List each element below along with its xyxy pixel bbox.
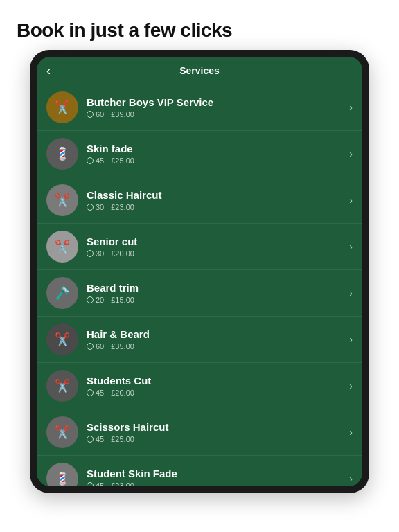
service-meta: 45 £23.00 [87, 481, 349, 486]
service-price: £20.00 [111, 389, 134, 397]
service-avatar: ✂️ [46, 231, 78, 263]
page-title: Book in just a few clicks [17, 19, 382, 42]
service-avatar: ✂️ [46, 416, 78, 448]
service-info: Hair & Beard 60 £35.00 [87, 328, 349, 351]
service-item[interactable]: 💈 Student Skin Fade 45 £23.00 › [37, 456, 362, 486]
service-meta: 20 £15.00 [87, 296, 349, 304]
service-item[interactable]: ✂️ Senior cut 30 £20.00 › [37, 224, 362, 270]
service-price: £20.00 [111, 249, 134, 258]
service-avatar: ✂️ [46, 370, 78, 402]
service-meta: 60 £39.00 [87, 110, 349, 118]
service-info: Scissors Haircut 45 £25.00 [87, 421, 349, 443]
service-item[interactable]: ✂️ Hair & Beard 60 £35.00 › [37, 317, 362, 363]
service-price: £35.00 [111, 342, 134, 351]
service-name: Classic Haircut [87, 189, 349, 201]
service-item[interactable]: ✂️ Classic Haircut 30 £23.00 › [37, 177, 362, 224]
chevron-right-icon: › [349, 195, 353, 206]
tablet-screen: ‹ Services ✂️ Butcher Boys VIP Service 6… [37, 57, 362, 486]
service-price: £23.00 [111, 481, 134, 486]
service-name: Hair & Beard [87, 328, 349, 340]
chevron-right-icon: › [349, 102, 353, 113]
chevron-right-icon: › [349, 148, 353, 159]
clock-icon [87, 250, 94, 257]
service-avatar: ✂️ [46, 323, 78, 355]
service-item[interactable]: 🪒 Beard trim 20 £15.00 › [37, 270, 362, 317]
service-meta: 45 £25.00 [87, 435, 349, 443]
clock-icon [87, 436, 94, 443]
service-info: Butcher Boys VIP Service 60 £39.00 [87, 96, 349, 118]
service-name: Skin fade [87, 143, 349, 154]
service-info: Students Cut 45 £20.00 [87, 375, 349, 397]
service-meta: 60 £35.00 [87, 342, 349, 351]
clock-icon [87, 482, 94, 486]
chevron-right-icon: › [349, 380, 353, 391]
service-info: Classic Haircut 30 £23.00 [87, 189, 349, 211]
chevron-right-icon: › [349, 427, 353, 438]
clock-icon [87, 389, 94, 396]
service-avatar: 🪒 [46, 277, 78, 309]
service-meta: 45 £20.00 [87, 389, 349, 397]
app-header: ‹ Services [37, 57, 362, 85]
service-meta: 30 £20.00 [87, 249, 349, 258]
service-info: Senior cut 30 £20.00 [87, 236, 349, 258]
service-duration: 45 [87, 157, 104, 165]
service-duration: 45 [87, 435, 104, 443]
service-duration: 30 [87, 249, 104, 258]
service-item[interactable]: ✂️ Butcher Boys VIP Service 60 £39.00 › [37, 85, 362, 131]
service-name: Senior cut [87, 236, 349, 247]
clock-icon [87, 204, 94, 211]
service-duration: 45 [87, 389, 104, 397]
service-price: £39.00 [111, 110, 134, 118]
service-name: Scissors Haircut [87, 421, 349, 433]
service-name: Students Cut [87, 375, 349, 387]
service-avatar: ✂️ [46, 91, 78, 123]
service-meta: 30 £23.00 [87, 203, 349, 211]
app-header-title: Services [179, 65, 220, 76]
service-info: Beard trim 20 £15.00 [87, 282, 349, 304]
tablet-frame: ‹ Services ✂️ Butcher Boys VIP Service 6… [30, 50, 369, 493]
service-price: £25.00 [111, 157, 134, 165]
chevron-right-icon: › [349, 334, 353, 345]
service-duration: 30 [87, 203, 104, 211]
chevron-right-icon: › [349, 287, 353, 299]
service-item[interactable]: ✂️ Scissors Haircut 45 £25.00 › [37, 409, 362, 456]
service-duration: 60 [87, 110, 104, 118]
page-header: Book in just a few clicks [0, 0, 399, 50]
services-list: ✂️ Butcher Boys VIP Service 60 £39.00 › … [37, 85, 362, 486]
service-info: Student Skin Fade 45 £23.00 [87, 468, 349, 486]
service-avatar: 💈 [46, 463, 78, 486]
service-price: £25.00 [111, 435, 134, 443]
service-avatar: ✂️ [46, 184, 78, 216]
service-item[interactable]: 💈 Skin fade 45 £25.00 › [37, 131, 362, 177]
clock-icon [87, 343, 94, 350]
service-name: Beard trim [87, 282, 349, 294]
clock-icon [87, 111, 94, 118]
clock-icon [87, 296, 94, 303]
service-item[interactable]: ✂️ Students Cut 45 £20.00 › [37, 363, 362, 409]
service-avatar: 💈 [46, 138, 78, 170]
service-meta: 45 £25.00 [87, 157, 349, 165]
service-duration: 60 [87, 342, 104, 351]
service-duration: 20 [87, 296, 104, 304]
chevron-right-icon: › [349, 241, 353, 252]
chevron-right-icon: › [349, 473, 353, 484]
back-button[interactable]: ‹ [46, 64, 51, 78]
service-info: Skin fade 45 £25.00 [87, 143, 349, 165]
service-price: £23.00 [111, 203, 134, 211]
clock-icon [87, 157, 94, 164]
service-duration: 45 [87, 481, 104, 486]
service-price: £15.00 [111, 296, 134, 304]
service-name: Butcher Boys VIP Service [87, 96, 349, 108]
service-name: Student Skin Fade [87, 468, 349, 479]
